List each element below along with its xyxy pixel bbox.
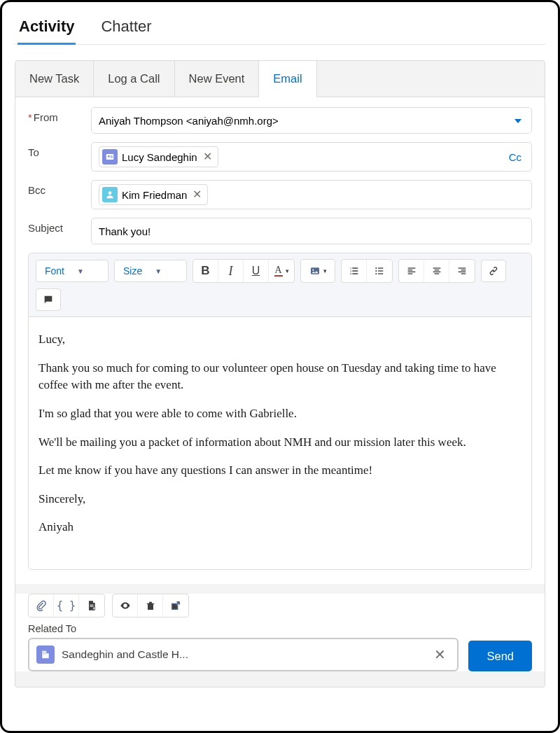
bcc-recipient-name: Kim Friedman xyxy=(122,189,187,201)
label-from: From xyxy=(28,107,91,123)
label-to: To xyxy=(28,142,91,158)
cc-link[interactable]: Cc xyxy=(509,151,522,163)
tab-chatter[interactable]: Chatter xyxy=(99,12,153,44)
insert-link-button[interactable] xyxy=(481,260,506,282)
activity-panel: New Task Log a Call New Event Email From… xyxy=(15,60,545,687)
related-to-field[interactable]: Sandeghin and Castle H... ✕ xyxy=(28,638,458,671)
tab-activity[interactable]: Activity xyxy=(18,12,76,44)
insert-group: ▾ xyxy=(300,259,335,283)
preview-group xyxy=(112,594,189,617)
body-line: Lucy, xyxy=(38,331,522,349)
bold-button[interactable]: B xyxy=(193,260,218,282)
activity-email-composer: Activity Chatter New Task Log a Call New… xyxy=(0,0,560,733)
clear-button[interactable] xyxy=(138,594,163,617)
tab-new-event[interactable]: New Event xyxy=(175,61,260,97)
to-field[interactable]: Lucy Sandeghin ✕ Cc xyxy=(91,142,532,172)
rich-text-editor: Font▼ Size▼ B I U A▾ ▾ xyxy=(28,253,532,570)
tab-new-task[interactable]: New Task xyxy=(15,61,94,97)
text-style-group: B I U A▾ xyxy=(192,259,295,283)
align-left-button[interactable] xyxy=(399,260,424,282)
subject-field[interactable] xyxy=(91,218,532,244)
body-line: Sincerely, xyxy=(38,491,522,508)
svg-point-6 xyxy=(312,270,314,271)
font-select[interactable]: Font▼ xyxy=(36,260,108,282)
size-select[interactable]: Size▼ xyxy=(114,260,187,282)
body-line: We'll be mailing you a packet of informa… xyxy=(38,434,522,452)
svg-rect-26 xyxy=(90,606,93,607)
remove-bcc-recipient[interactable]: ✕ xyxy=(192,189,202,200)
popout-button[interactable] xyxy=(163,594,188,617)
tab-filler xyxy=(317,61,545,97)
ordered-list-button[interactable] xyxy=(342,260,367,282)
email-compose-form: From Aniyah Thompson <aniyah@nmh.org> To… xyxy=(15,97,545,584)
svg-point-9 xyxy=(375,273,377,274)
to-recipient-pill[interactable]: Lucy Sandeghin ✕ xyxy=(99,146,218,167)
svg-point-4 xyxy=(108,191,112,195)
body-line: I'm so glad that you were able to come w… xyxy=(38,405,522,423)
body-line: Aniyah xyxy=(38,519,522,536)
bcc-recipient-pill[interactable]: Kim Friedman ✕ xyxy=(99,184,208,205)
body-line: Thank you so much for coming to our volu… xyxy=(38,360,522,394)
svg-rect-3 xyxy=(111,157,113,158)
svg-point-7 xyxy=(375,267,377,269)
align-group xyxy=(398,259,475,283)
preview-button[interactable] xyxy=(113,594,138,617)
underline-button[interactable]: U xyxy=(244,260,269,282)
tab-email[interactable]: Email xyxy=(259,61,316,97)
text-color-button[interactable]: A▾ xyxy=(269,260,294,282)
svg-rect-19 xyxy=(433,272,440,272)
svg-rect-14 xyxy=(407,270,412,270)
svg-rect-16 xyxy=(407,273,412,274)
svg-rect-2 xyxy=(111,155,113,156)
svg-rect-33 xyxy=(45,652,46,652)
svg-rect-15 xyxy=(407,272,415,272)
tab-log-call[interactable]: Log a Call xyxy=(94,61,174,97)
clear-related-to[interactable]: ✕ xyxy=(430,646,450,663)
list-group xyxy=(341,259,393,283)
chevron-down-icon xyxy=(514,119,522,123)
svg-rect-30 xyxy=(42,651,46,659)
person-icon xyxy=(102,187,118,202)
svg-rect-25 xyxy=(90,605,93,606)
insert-image-button[interactable]: ▾ xyxy=(301,260,335,282)
email-body[interactable]: Lucy, Thank you so much for coming to ou… xyxy=(29,317,531,569)
attach-file-button[interactable] xyxy=(29,594,54,617)
from-select[interactable]: Aniyah Thompson <aniyah@nmh.org> xyxy=(91,107,532,134)
insert-quick-text-button[interactable] xyxy=(36,288,61,311)
svg-rect-12 xyxy=(378,273,383,274)
svg-point-8 xyxy=(375,270,377,272)
svg-rect-35 xyxy=(45,653,46,654)
svg-rect-31 xyxy=(46,653,49,658)
send-button[interactable]: Send xyxy=(468,641,532,671)
align-center-button[interactable] xyxy=(424,260,449,282)
svg-point-28 xyxy=(124,605,126,607)
svg-rect-17 xyxy=(433,267,440,268)
svg-rect-10 xyxy=(378,267,383,268)
label-related-to: Related To xyxy=(28,623,458,634)
composer-footer: { } Related To Sandeghin and Castle H... xyxy=(15,594,545,671)
svg-point-1 xyxy=(108,155,110,158)
account-icon xyxy=(36,645,55,664)
svg-rect-24 xyxy=(461,273,466,274)
italic-button[interactable]: I xyxy=(218,260,244,282)
svg-rect-21 xyxy=(458,267,466,268)
rte-toolbar: Font▼ Size▼ B I U A▾ ▾ xyxy=(29,253,531,317)
svg-rect-22 xyxy=(461,270,466,270)
label-subject: Subject xyxy=(28,218,91,234)
unordered-list-button[interactable] xyxy=(367,260,392,282)
insert-template-button[interactable] xyxy=(79,594,104,617)
attach-group: { } xyxy=(28,594,105,617)
top-tab-bar: Activity Chatter xyxy=(15,12,545,45)
to-recipient-name: Lucy Sandeghin xyxy=(122,151,197,163)
remove-to-recipient[interactable]: ✕ xyxy=(203,151,212,162)
label-bcc: Bcc xyxy=(28,180,91,196)
svg-rect-20 xyxy=(434,273,439,274)
insert-merge-field-button[interactable]: { } xyxy=(54,594,79,617)
svg-rect-18 xyxy=(434,270,439,270)
bcc-field[interactable]: Kim Friedman ✕ xyxy=(91,180,532,209)
svg-rect-11 xyxy=(378,270,383,271)
svg-rect-13 xyxy=(407,267,415,268)
subject-input[interactable] xyxy=(99,225,524,237)
align-right-button[interactable] xyxy=(449,260,475,282)
body-line: Let me know if you have any questions I … xyxy=(38,462,522,480)
